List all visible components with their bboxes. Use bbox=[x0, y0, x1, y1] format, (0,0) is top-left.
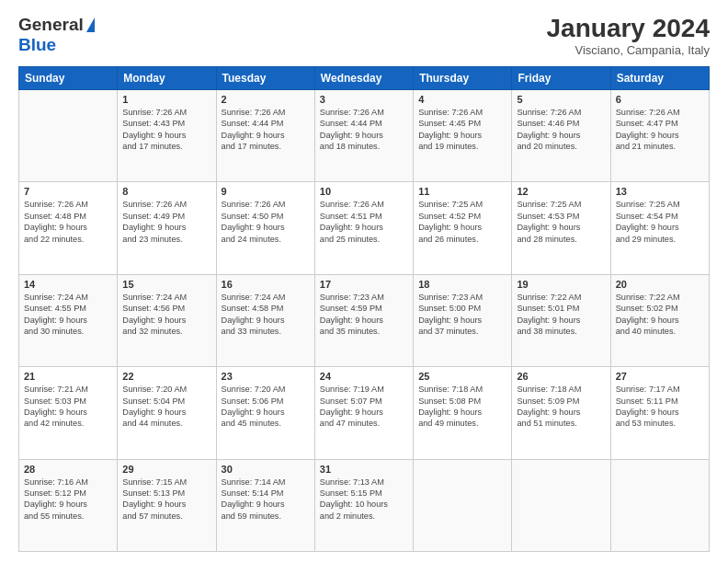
calendar-cell: 26Sunrise: 7:18 AMSunset: 5:09 PMDayligh… bbox=[512, 367, 610, 459]
cell-data: Sunrise: 7:24 AMSunset: 4:58 PMDaylight:… bbox=[222, 292, 310, 338]
calendar-week-row: 28Sunrise: 7:16 AMSunset: 5:12 PMDayligh… bbox=[19, 459, 710, 551]
calendar-week-row: 1Sunrise: 7:26 AMSunset: 4:43 PMDaylight… bbox=[19, 89, 710, 181]
calendar-cell: 8Sunrise: 7:26 AMSunset: 4:49 PMDaylight… bbox=[118, 182, 216, 274]
col-header-thursday: Thursday bbox=[414, 66, 512, 89]
calendar-cell: 22Sunrise: 7:20 AMSunset: 5:04 PMDayligh… bbox=[118, 367, 216, 459]
cell-data: Sunrise: 7:24 AMSunset: 4:56 PMDaylight:… bbox=[122, 292, 210, 338]
cell-data: Sunrise: 7:19 AMSunset: 5:07 PMDaylight:… bbox=[320, 384, 408, 430]
logo-general: General bbox=[18, 15, 84, 35]
calendar-cell: 6Sunrise: 7:26 AMSunset: 4:47 PMDaylight… bbox=[610, 89, 709, 181]
day-number: 4 bbox=[418, 94, 506, 105]
calendar-cell: 31Sunrise: 7:13 AMSunset: 5:15 PMDayligh… bbox=[314, 459, 413, 551]
day-number: 26 bbox=[517, 371, 605, 382]
day-number: 1 bbox=[122, 94, 210, 105]
header: General Blue January 2024 Visciano, Camp… bbox=[18, 15, 710, 57]
col-header-wednesday: Wednesday bbox=[314, 66, 413, 89]
calendar-cell bbox=[414, 459, 512, 551]
calendar-cell: 29Sunrise: 7:15 AMSunset: 5:13 PMDayligh… bbox=[118, 459, 216, 551]
col-header-friday: Friday bbox=[512, 66, 610, 89]
day-number: 24 bbox=[320, 371, 408, 382]
cell-data: Sunrise: 7:26 AMSunset: 4:44 PMDaylight:… bbox=[320, 107, 408, 153]
calendar-cell: 2Sunrise: 7:26 AMSunset: 4:44 PMDaylight… bbox=[216, 89, 314, 181]
day-number: 30 bbox=[222, 464, 310, 475]
cell-data: Sunrise: 7:13 AMSunset: 5:15 PMDaylight:… bbox=[320, 477, 408, 523]
day-number: 10 bbox=[320, 186, 408, 197]
cell-data: Sunrise: 7:15 AMSunset: 5:13 PMDaylight:… bbox=[122, 477, 210, 523]
day-number: 18 bbox=[418, 279, 506, 290]
calendar-cell bbox=[610, 459, 709, 551]
calendar-cell: 23Sunrise: 7:20 AMSunset: 5:06 PMDayligh… bbox=[216, 367, 314, 459]
day-number: 2 bbox=[222, 94, 310, 105]
col-header-saturday: Saturday bbox=[610, 66, 709, 89]
cell-data: Sunrise: 7:22 AMSunset: 5:02 PMDaylight:… bbox=[616, 292, 704, 338]
logo-triangle-icon bbox=[86, 17, 95, 32]
day-number: 23 bbox=[222, 371, 310, 382]
calendar-cell: 18Sunrise: 7:23 AMSunset: 5:00 PMDayligh… bbox=[414, 274, 512, 366]
cell-data: Sunrise: 7:26 AMSunset: 4:48 PMDaylight:… bbox=[24, 199, 112, 245]
calendar-cell: 12Sunrise: 7:25 AMSunset: 4:53 PMDayligh… bbox=[512, 182, 610, 274]
calendar-cell: 11Sunrise: 7:25 AMSunset: 4:52 PMDayligh… bbox=[414, 182, 512, 274]
cell-data: Sunrise: 7:25 AMSunset: 4:54 PMDaylight:… bbox=[616, 199, 704, 245]
calendar-cell: 21Sunrise: 7:21 AMSunset: 5:03 PMDayligh… bbox=[19, 367, 118, 459]
cell-data: Sunrise: 7:23 AMSunset: 5:00 PMDaylight:… bbox=[418, 292, 506, 338]
cell-data: Sunrise: 7:21 AMSunset: 5:03 PMDaylight:… bbox=[24, 384, 112, 430]
cell-data: Sunrise: 7:26 AMSunset: 4:43 PMDaylight:… bbox=[122, 107, 210, 153]
day-number: 22 bbox=[122, 371, 210, 382]
day-number: 25 bbox=[418, 371, 506, 382]
title-block: January 2024 Visciano, Campania, Italy bbox=[547, 15, 710, 57]
calendar-cell: 24Sunrise: 7:19 AMSunset: 5:07 PMDayligh… bbox=[314, 367, 413, 459]
col-header-tuesday: Tuesday bbox=[216, 66, 314, 89]
cell-data: Sunrise: 7:24 AMSunset: 4:55 PMDaylight:… bbox=[24, 292, 112, 338]
cell-data: Sunrise: 7:18 AMSunset: 5:08 PMDaylight:… bbox=[418, 384, 506, 430]
calendar-cell: 28Sunrise: 7:16 AMSunset: 5:12 PMDayligh… bbox=[19, 459, 118, 551]
logo-blue: Blue bbox=[18, 35, 56, 54]
calendar-header-row: SundayMondayTuesdayWednesdayThursdayFrid… bbox=[19, 66, 710, 89]
cell-data: Sunrise: 7:26 AMSunset: 4:44 PMDaylight:… bbox=[222, 107, 310, 153]
cell-data: Sunrise: 7:26 AMSunset: 4:49 PMDaylight:… bbox=[122, 199, 210, 245]
cell-data: Sunrise: 7:20 AMSunset: 5:06 PMDaylight:… bbox=[222, 384, 310, 430]
page-title: January 2024 bbox=[547, 15, 710, 43]
cell-data: Sunrise: 7:26 AMSunset: 4:46 PMDaylight:… bbox=[517, 107, 605, 153]
day-number: 9 bbox=[222, 186, 310, 197]
day-number: 16 bbox=[222, 279, 310, 290]
calendar-cell: 3Sunrise: 7:26 AMSunset: 4:44 PMDaylight… bbox=[314, 89, 413, 181]
calendar-cell: 9Sunrise: 7:26 AMSunset: 4:50 PMDaylight… bbox=[216, 182, 314, 274]
cell-data: Sunrise: 7:17 AMSunset: 5:11 PMDaylight:… bbox=[616, 384, 704, 430]
calendar-week-row: 14Sunrise: 7:24 AMSunset: 4:55 PMDayligh… bbox=[19, 274, 710, 366]
day-number: 3 bbox=[320, 94, 408, 105]
page-subtitle: Visciano, Campania, Italy bbox=[547, 43, 710, 57]
cell-data: Sunrise: 7:14 AMSunset: 5:14 PMDaylight:… bbox=[222, 477, 310, 523]
calendar-cell: 10Sunrise: 7:26 AMSunset: 4:51 PMDayligh… bbox=[314, 182, 413, 274]
calendar-cell bbox=[512, 459, 610, 551]
day-number: 11 bbox=[418, 186, 506, 197]
calendar-cell: 7Sunrise: 7:26 AMSunset: 4:48 PMDaylight… bbox=[19, 182, 118, 274]
cell-data: Sunrise: 7:16 AMSunset: 5:12 PMDaylight:… bbox=[24, 477, 112, 523]
day-number: 27 bbox=[616, 371, 704, 382]
day-number: 5 bbox=[517, 94, 605, 105]
day-number: 6 bbox=[616, 94, 704, 105]
calendar-week-row: 21Sunrise: 7:21 AMSunset: 5:03 PMDayligh… bbox=[19, 367, 710, 459]
day-number: 31 bbox=[320, 464, 408, 475]
calendar-cell: 1Sunrise: 7:26 AMSunset: 4:43 PMDaylight… bbox=[118, 89, 216, 181]
calendar-table: SundayMondayTuesdayWednesdayThursdayFrid… bbox=[18, 66, 710, 552]
cell-data: Sunrise: 7:26 AMSunset: 4:51 PMDaylight:… bbox=[320, 199, 408, 245]
calendar-cell bbox=[19, 89, 118, 181]
day-number: 19 bbox=[517, 279, 605, 290]
cell-data: Sunrise: 7:25 AMSunset: 4:52 PMDaylight:… bbox=[418, 199, 506, 245]
cell-data: Sunrise: 7:26 AMSunset: 4:47 PMDaylight:… bbox=[616, 107, 704, 153]
calendar-cell: 17Sunrise: 7:23 AMSunset: 4:59 PMDayligh… bbox=[314, 274, 413, 366]
calendar-cell: 14Sunrise: 7:24 AMSunset: 4:55 PMDayligh… bbox=[19, 274, 118, 366]
cell-data: Sunrise: 7:23 AMSunset: 4:59 PMDaylight:… bbox=[320, 292, 408, 338]
calendar-cell: 20Sunrise: 7:22 AMSunset: 5:02 PMDayligh… bbox=[610, 274, 709, 366]
day-number: 21 bbox=[24, 371, 112, 382]
col-header-monday: Monday bbox=[118, 66, 216, 89]
cell-data: Sunrise: 7:18 AMSunset: 5:09 PMDaylight:… bbox=[517, 384, 605, 430]
day-number: 13 bbox=[616, 186, 704, 197]
calendar-cell: 25Sunrise: 7:18 AMSunset: 5:08 PMDayligh… bbox=[414, 367, 512, 459]
day-number: 8 bbox=[122, 186, 210, 197]
cell-data: Sunrise: 7:25 AMSunset: 4:53 PMDaylight:… bbox=[517, 199, 605, 245]
cell-data: Sunrise: 7:20 AMSunset: 5:04 PMDaylight:… bbox=[122, 384, 210, 430]
day-number: 14 bbox=[24, 279, 112, 290]
day-number: 28 bbox=[24, 464, 112, 475]
logo: General Blue bbox=[18, 15, 95, 55]
